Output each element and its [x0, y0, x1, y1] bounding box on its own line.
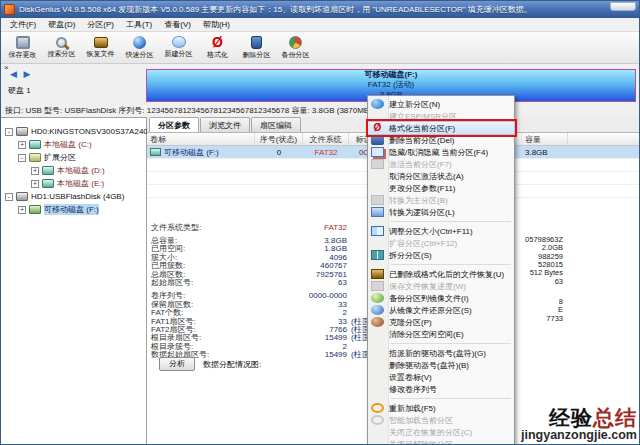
watermark-text-black: 经验	[549, 406, 593, 429]
analyze-button[interactable]: 分析	[159, 357, 195, 371]
table-header-cell[interactable]: 容量	[522, 133, 568, 145]
disk-nav-arrows-icon[interactable]: ◀ ▶	[10, 69, 32, 79]
tree-item-label: 可移动磁盘 (F:)	[44, 204, 99, 215]
tree-item[interactable]: + 本地磁盘 (D:)	[1, 164, 146, 177]
context-menu-item[interactable]: 关闭正在恢复的分区(C)	[368, 426, 514, 438]
tree-item[interactable]: + 本地磁盘 (C:)	[1, 138, 146, 151]
tab[interactable]: 分区参数	[149, 117, 199, 132]
toolbar-button[interactable]: 新建分区	[159, 32, 198, 63]
context-menu-item[interactable]: 修改卷序列号	[368, 383, 514, 395]
context-menu-item[interactable]: 已删除或格式化后的文件恢复(U)	[368, 268, 514, 280]
disk-icon	[16, 192, 28, 201]
context-menu-item-label: 关闭已解除的分区	[389, 439, 453, 445]
detail-fragment: 7733	[515, 314, 563, 323]
tab[interactable]: 扇区编辑	[251, 117, 301, 132]
tree-item[interactable]: - HD0:KINGSTONSV300S37A240G (224GB)	[1, 125, 146, 138]
context-menu-item[interactable]: 更改分区参数(F11)	[368, 182, 514, 194]
menu-bar: 文件(F)硬盘(D)分区(P)工具(T)查看(V)帮助(H)	[1, 18, 639, 32]
context-menu-item-label: 转换为逻辑分区(L)	[389, 207, 455, 218]
context-menu-item[interactable]: 隐藏/取消隐藏 当前分区(F4)	[368, 146, 514, 158]
toolbar-button[interactable]: 搜索分区	[42, 32, 81, 63]
context-menu-item[interactable]: 保存文件恢复进度(W)	[368, 280, 514, 292]
context-menu-item[interactable]: 智能加载当前分区	[368, 414, 514, 426]
tree-item-label: 本地磁盘 (D:)	[57, 165, 105, 176]
context-menu-item[interactable]: 建立新分区(N)	[368, 98, 514, 110]
tree-expand-icon[interactable]: +	[18, 206, 26, 214]
toolbar-button[interactable]: 备份分区	[276, 32, 315, 63]
context-menu-item[interactable]: 转换为逻辑分区(L)	[368, 206, 514, 218]
context-menu-item[interactable]: 克隆分区(P)	[368, 316, 514, 328]
detail-value: FAT32	[324, 223, 347, 232]
context-menu-item[interactable]: 删除驱动器号(盘符)(B)	[368, 359, 514, 371]
context-menu-item[interactable]: 转换为主分区(B)	[368, 194, 514, 206]
toolbar-button[interactable]: 快速分区	[120, 32, 159, 63]
context-menu-item-label: 取消分区激活状态(A)	[389, 171, 464, 182]
context-menu-item[interactable]: 关闭已解除的分区	[368, 438, 514, 445]
tree-item[interactable]: + 本地磁盘 (E:)	[1, 177, 146, 190]
menubar-item[interactable]: 硬盘(D)	[42, 18, 81, 31]
partition-icon	[29, 140, 41, 149]
gray-menu-icon	[371, 281, 384, 291]
toolbar-button-label: 删除分区	[243, 50, 271, 60]
tree-item[interactable]: + 可移动磁盘 (F:)	[1, 203, 146, 216]
toolbar-button-label: 快速分区	[126, 50, 154, 60]
context-menu-item[interactable]: 从镜像文件还原分区(S)	[368, 304, 514, 316]
context-menu-item[interactable]: 重新加载(F5)	[368, 402, 514, 414]
context-menu-item-label: 调整分区大小(Ctrl+F11)	[389, 226, 473, 237]
capacity-cell: 3.8GB	[522, 148, 568, 157]
toolbar-button[interactable]: 格式化	[198, 32, 237, 63]
context-menu-item-label: 重新加载(F5)	[389, 403, 436, 414]
detail-fragment: 512 Bytes	[515, 268, 563, 277]
tree-expand-icon[interactable]: +	[31, 180, 39, 188]
context-menu-item[interactable]: 格式化当前分区(F)	[368, 122, 514, 134]
smartload-menu-icon	[371, 415, 384, 425]
volume-cell: 可移动磁盘 (F:)	[147, 147, 255, 158]
context-menu-item[interactable]: 拆分分区(S)	[368, 249, 514, 261]
detail-fragment: 63	[515, 277, 563, 286]
diskgenius-window: DiskGenius V4.9.5.508 x64 发现新版本 V5.0.0.5…	[0, 0, 640, 445]
menubar-item[interactable]: 帮助(H)	[197, 18, 236, 31]
context-menu-item[interactable]: 备份分区到镜像文件(I)	[368, 292, 514, 304]
recover-menu-icon	[371, 269, 384, 279]
format-icon	[210, 35, 226, 49]
table-header-cell[interactable]: 卷标	[147, 133, 255, 145]
context-menu-item-label: 扩容分区(Ctrl+F12)	[389, 238, 457, 249]
close-panel-icon[interactable]: ×	[4, 64, 9, 72]
context-menu-item[interactable]: 指派新的驱动器号(盘符)(G)	[368, 347, 514, 359]
extended-icon	[29, 153, 41, 162]
tree-item[interactable]: - HD1:USBFlashDisk (4GB)	[1, 190, 146, 203]
menubar-item[interactable]: 查看(V)	[158, 18, 197, 31]
context-menu-item[interactable]: 清除分区空闲空间(E)	[368, 328, 514, 340]
toolbar-button[interactable]: 保存更改	[3, 32, 42, 63]
menubar-item[interactable]: 文件(F)	[4, 18, 42, 31]
tab[interactable]: 浏览文件	[200, 117, 250, 132]
menubar-item[interactable]: 分区(P)	[81, 18, 120, 31]
table-header-cell[interactable]: 序号(状态)	[255, 133, 303, 145]
detail-label: 起始扇区号:	[151, 277, 193, 288]
window-controls[interactable]	[610, 2, 636, 11]
tree-expand-icon[interactable]: -	[18, 154, 26, 162]
detail-row: 已用空间: 1.8GB	[151, 245, 347, 253]
context-menu-item[interactable]: 取消分区激活状态(A)	[368, 170, 514, 182]
analyze-row: 分析 数据分配情况图:	[159, 357, 261, 371]
toolbar-button-label: 保存更改	[9, 50, 37, 60]
context-menu-item[interactable]: 调整分区大小(Ctrl+F11)	[368, 225, 514, 237]
menubar-item[interactable]: 工具(T)	[120, 18, 158, 31]
context-menu-item-label: 建立新分区(N)	[389, 99, 440, 110]
gray-menu-icon	[371, 195, 384, 205]
tree-expand-icon[interactable]: -	[5, 128, 13, 136]
context-menu-item[interactable]: 设置卷标(V)	[368, 371, 514, 383]
tree-expand-icon[interactable]: +	[18, 141, 26, 149]
context-menu-item[interactable]: 扩容分区(Ctrl+F12)	[368, 237, 514, 249]
toolbar-button[interactable]: 恢复文件	[81, 32, 120, 63]
toolbar-button[interactable]: 删除分区	[237, 32, 276, 63]
watermark-url: jingyanzongjie.com	[521, 429, 637, 442]
tree-item[interactable]: - 扩展分区	[1, 151, 146, 164]
context-menu-item-label: 修改卷序列号	[389, 384, 437, 395]
context-menu-item[interactable]: 激活当前分区(F7)	[368, 158, 514, 170]
tree-expand-icon[interactable]: -	[5, 193, 13, 201]
banner-fs: FAT32 (活动)	[147, 80, 635, 90]
new-partition-icon	[172, 36, 186, 48]
table-header-cell[interactable]: 文件系统	[303, 133, 349, 145]
tree-expand-icon[interactable]: +	[31, 167, 39, 175]
